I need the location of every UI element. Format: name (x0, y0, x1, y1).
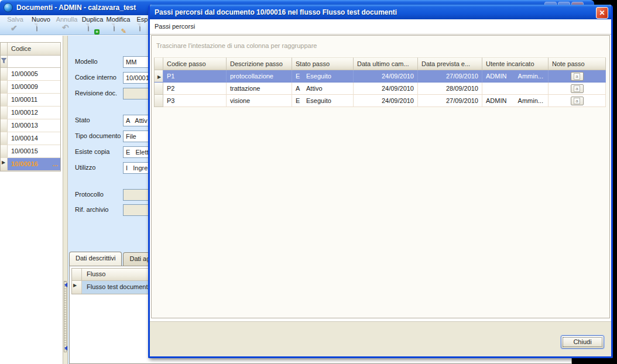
toolbar-duplica-button[interactable]: Duplica + (80, 16, 105, 35)
codice-row[interactable]: 10/00014 (1, 132, 60, 145)
codice-row[interactable]: 10/00009 (1, 81, 60, 94)
app-globe-icon (4, 3, 13, 12)
undo-icon: ↶ (62, 24, 71, 33)
codice-filter-input[interactable] (8, 56, 60, 67)
row-selector-arrow-icon: ▶ (72, 280, 77, 288)
filter-funnel-icon (1, 58, 6, 63)
dialog-close-button[interactable]: ✕ (596, 7, 608, 19)
export-document-icon (139, 24, 149, 33)
stato-input[interactable]: A Attiv (123, 115, 151, 126)
col-data-ultimo[interactable]: Data ultimo cam... (354, 57, 418, 70)
save-check-icon: ✔ (11, 24, 20, 33)
new-document-icon (36, 24, 46, 33)
note-passo-button[interactable]: a (571, 84, 584, 93)
edit-pencil-icon: ✎ (114, 24, 123, 33)
selector-column-header (1, 43, 8, 55)
splitter-collapse-arrow-icon (64, 283, 67, 287)
splitter-handle[interactable] (64, 281, 67, 352)
filter-funnel-cell (1, 56, 8, 67)
codice-row[interactable]: 10/00012 (1, 107, 60, 119)
col-stato-passo[interactable]: Stato passo (292, 57, 354, 70)
row-selector-arrow-icon: ▶ (156, 73, 161, 80)
note-passo-button[interactable]: a (571, 97, 584, 105)
col-data-prevista[interactable]: Data prevista e... (418, 57, 482, 70)
passi-table: Codice passo Descrizione passo Stato pas… (154, 57, 606, 107)
row-selector-arrow-icon: ▶ (1, 157, 5, 165)
codice-row[interactable]: 10/00015 (1, 145, 60, 158)
vertical-splitter[interactable] (63, 36, 68, 364)
codice-row[interactable]: 10/00005 (1, 68, 60, 81)
codice-interno-input[interactable]: 10/0001 (123, 72, 151, 84)
detail-tabs: Dati descrittivi Dati agg (69, 252, 160, 266)
codice-row[interactable]: 10/00013 (1, 119, 60, 132)
col-utente-incaricato[interactable]: Utente incaricato (482, 57, 549, 70)
passi-table-row[interactable]: P2 trattazione AAttivo 24/09/2010 28/09/… (154, 83, 606, 95)
col-codice-passo[interactable]: Codice passo (163, 57, 227, 70)
tab-dati-descrittivi[interactable]: Dati descrittivi (69, 252, 122, 266)
splitter-collapse-arrow-icon (64, 346, 67, 351)
codice-row[interactable]: 10/00011 (1, 94, 60, 107)
row-more-ellipsis[interactable]: ... (53, 160, 60, 170)
col-descrizione-passo[interactable]: Descrizione passo (227, 57, 292, 70)
codice-filter-row (1, 56, 60, 68)
selected-codice: 10/00016 (11, 160, 38, 170)
protocollo-input[interactable] (123, 189, 151, 201)
dialog-bottom-bar: Chiudi (150, 321, 611, 356)
passi-table-header: Codice passo Descrizione passo Stato pas… (154, 57, 606, 70)
dialog-section-label: Passi percorsi (150, 19, 611, 35)
passi-percorsi-dialog: Passi percorsi dal documento 10/00016 ne… (148, 5, 613, 358)
main-window-title: Documenti - ADMIN - calzavara_test (16, 4, 136, 12)
codice-column-header[interactable]: Codice (8, 43, 60, 55)
revisione-input[interactable] (123, 88, 151, 99)
toolbar-salva-button[interactable]: Salva ✔ (2, 16, 28, 35)
utilizzo-input[interactable]: I Ingre (123, 162, 151, 174)
group-by-hint[interactable]: Trascinare l'intestazione di una colonna… (152, 36, 609, 57)
esiste-copia-input[interactable]: E Elett (123, 146, 151, 158)
passi-grid-panel: Trascinare l'intestazione di una colonna… (151, 35, 610, 318)
toolbar-modifica-button[interactable]: Modifica ✎ (105, 16, 131, 35)
codice-grid: Codice 10/00005 10/00009 10/00011 10/000… (0, 42, 61, 171)
rif-archivio-input[interactable] (123, 204, 151, 216)
duplicate-icon: + (88, 24, 97, 33)
codice-row-selected[interactable]: ▶ 10/00016 ... (1, 158, 60, 171)
codice-grid-header: Codice (1, 43, 60, 56)
modello-input[interactable]: MM (123, 56, 151, 68)
tipo-documento-input[interactable]: File (123, 131, 151, 142)
toolbar-annulla-button[interactable]: Annulla ↶ (54, 16, 80, 35)
dialog-body: Passi percorsi Trascinare l'intestazione… (150, 19, 611, 356)
col-note-passo[interactable]: Note passo (549, 57, 606, 70)
toolbar-nuovo-button[interactable]: Nuovo (28, 16, 54, 35)
passi-table-row[interactable]: ▶ P1 protocollazione EEseguito 24/09/201… (154, 70, 606, 83)
screen: Documenti - ADMIN - calzavara_test _ □ ✕… (0, 0, 617, 364)
selector-column-header (154, 57, 163, 70)
dialog-titlebar: Passi percorsi dal documento 10/00016 ne… (150, 5, 611, 19)
chiudi-button[interactable]: Chiudi (561, 335, 604, 349)
dialog-title: Passi percorsi dal documento 10/00016 ne… (155, 8, 397, 16)
note-passo-button[interactable]: a (571, 72, 584, 81)
passi-table-row[interactable]: P3 visione EEseguito 24/09/2010 27/09/20… (154, 95, 606, 107)
